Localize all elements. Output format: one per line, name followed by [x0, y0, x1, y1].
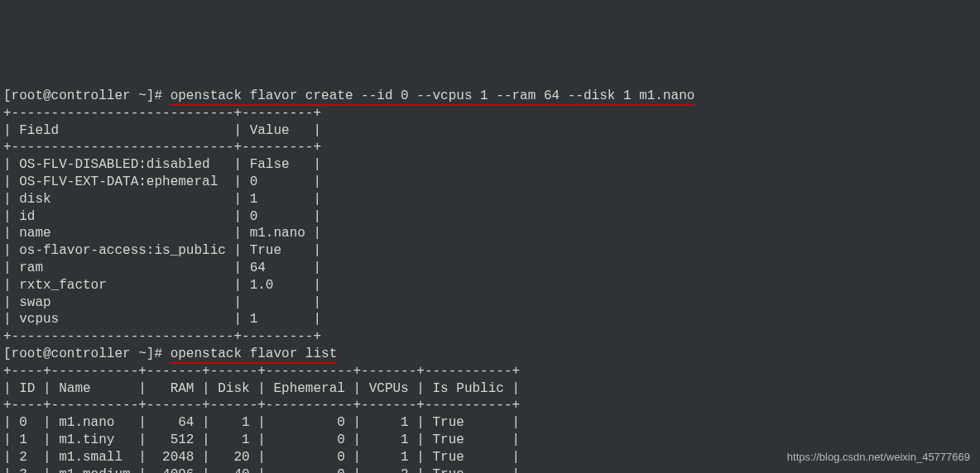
- table-divider: +----------------------------+---------+: [3, 329, 321, 344]
- terminal-output: [root@controller ~]# openstack flavor cr…: [0, 69, 980, 473]
- shell-prompt: [root@controller ~]#: [3, 346, 171, 361]
- table-row: | 3 | m1.medium | 4096 | 40 | 0 | 2 | Tr…: [3, 467, 520, 473]
- watermark-text: https://blog.csdn.net/weixin_45777669: [787, 451, 970, 465]
- table-row: | swap | |: [3, 295, 321, 310]
- table-row: | disk | 1 |: [3, 192, 321, 207]
- command-create-flavor[interactable]: openstack flavor create --id 0 --vcpus 1…: [171, 88, 695, 106]
- table-row: | name | m1.nano |: [3, 226, 321, 241]
- table-row: | OS-FLV-DISABLED:disabled | False |: [3, 157, 321, 172]
- table-row: | vcpus | 1 |: [3, 312, 321, 327]
- table-divider: +----------------------------+---------+: [3, 140, 321, 155]
- shell-prompt: [root@controller ~]#: [3, 88, 171, 103]
- table-divider: +----+-----------+-------+------+-------…: [3, 398, 520, 413]
- table-row: | OS-FLV-EXT-DATA:ephemeral | 0 |: [3, 174, 321, 189]
- table-row: | 1 | m1.tiny | 512 | 1 | 0 | 1 | True |: [3, 432, 520, 447]
- table-divider: +----+-----------+-------+------+-------…: [3, 364, 520, 379]
- table-row: | rxtx_factor | 1.0 |: [3, 278, 321, 293]
- table-divider: +----------------------------+---------+: [3, 106, 321, 121]
- table-header: | Field | Value |: [3, 123, 321, 138]
- table-row: | id | 0 |: [3, 209, 321, 224]
- command-list-flavor[interactable]: openstack flavor list: [171, 346, 338, 364]
- table-row: | 0 | m1.nano | 64 | 1 | 0 | 1 | True |: [3, 415, 520, 430]
- table-header: | ID | Name | RAM | Disk | Ephemeral | V…: [3, 381, 520, 396]
- table-row: | 2 | m1.small | 2048 | 20 | 0 | 1 | Tru…: [3, 450, 520, 465]
- table-row: | ram | 64 |: [3, 260, 321, 275]
- table-row: | os-flavor-access:is_public | True |: [3, 243, 321, 258]
